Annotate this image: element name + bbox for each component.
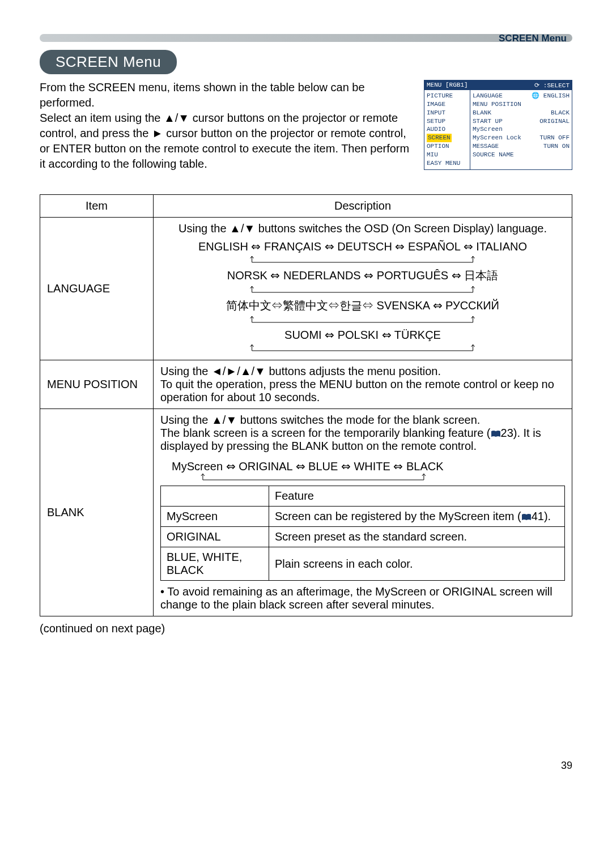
- book-icon: [521, 513, 532, 521]
- continued-note: (continued on next page): [40, 622, 572, 635]
- flow-arrow-icon: [201, 316, 524, 324]
- section-header-label: SCREEN Menu: [499, 33, 567, 44]
- flow-arrow-icon: [201, 286, 524, 293]
- desc-cell: Using the ▲/▼ buttons switches the OSD (…: [154, 218, 572, 360]
- osd-right-column: LANGUAGE🌐 ENGLISH MENU POSITION BLANKBLA…: [470, 90, 572, 169]
- item-cell: BLANK: [40, 409, 154, 616]
- flow-arrow-icon: [201, 344, 524, 352]
- osd-left-item: IMAGE: [427, 100, 468, 109]
- osd-left-item: SETUP: [427, 117, 468, 126]
- page-number: 39: [40, 760, 572, 772]
- desc-cell: Using the ◄/►/▲/▼ buttons adjusts the me…: [154, 360, 572, 409]
- table-row-blank: BLANK Using the ▲/▼ buttons switches the…: [40, 409, 572, 616]
- osd-left-item: OPTION: [427, 142, 468, 151]
- osd-left-item-highlighted: SCREEN: [427, 134, 468, 142]
- osd-left-item: INPUT: [427, 109, 468, 117]
- book-icon: [491, 430, 501, 438]
- osd-left-item: PICTURE: [427, 92, 468, 100]
- desc-cell: Using the ▲/▼ buttons switches the mode …: [154, 409, 572, 616]
- intro-paragraph: From the SCREEN menu, items shown in the…: [40, 80, 416, 172]
- item-cell: LANGUAGE: [40, 218, 154, 360]
- osd-left-column: PICTURE IMAGE INPUT SETUP AUDIO SCREEN O…: [424, 90, 470, 169]
- osd-left-item: MIU: [427, 151, 468, 159]
- item-cell: MENU POSITION: [40, 360, 154, 409]
- osd-preview: MENU [RGB1] ⟳ :SELECT PICTURE IMAGE INPU…: [424, 80, 572, 170]
- osd-left-item: EASY MENU: [427, 159, 468, 168]
- table-row-menu-position: MENU POSITION Using the ◄/►/▲/▼ buttons …: [40, 360, 572, 409]
- table-row-language: LANGUAGE Using the ▲/▼ buttons switches …: [40, 218, 572, 360]
- flow-arrow-icon: [201, 256, 524, 263]
- osd-menu-label: MENU [RGB1]: [427, 82, 468, 89]
- col-header-description: Description: [154, 195, 572, 218]
- flow-arrow-icon: [172, 473, 455, 481]
- osd-select-label: ⟳ :SELECT: [534, 82, 570, 89]
- description-table: Item Description LANGUAGE Using the ▲/▼ …: [40, 194, 572, 616]
- col-header-item: Item: [40, 195, 154, 218]
- page-title: SCREEN Menu: [40, 50, 177, 74]
- section-header-bar: SCREEN Menu: [40, 34, 572, 42]
- osd-left-item: AUDIO: [427, 125, 468, 134]
- blank-feature-table: Feature MyScreen Screen can be registere…: [160, 486, 565, 581]
